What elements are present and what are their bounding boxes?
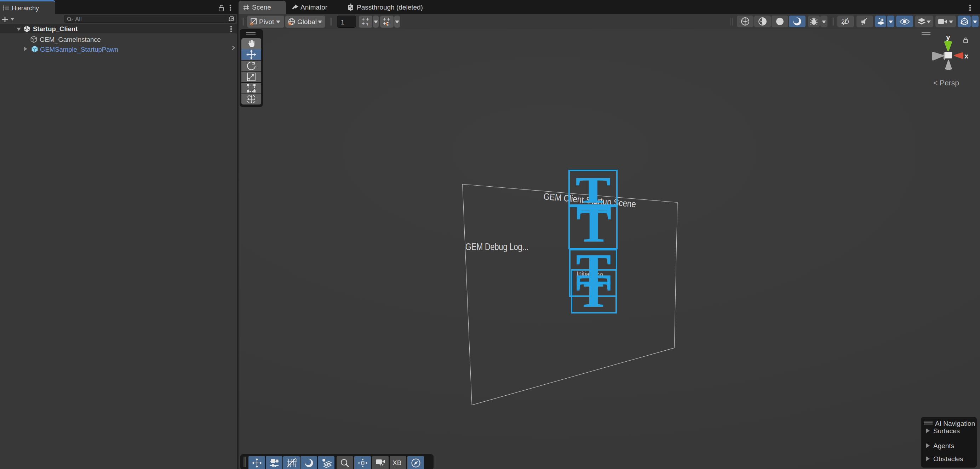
svg-text:< Persp: < Persp [933, 79, 959, 87]
svg-text:Y: Y [366, 22, 369, 26]
svg-text:T: T [576, 265, 611, 317]
svg-text:y: y [946, 33, 950, 41]
svg-text:GEM Debug Log...: GEM Debug Log... [465, 241, 528, 252]
svg-text:x: x [964, 52, 968, 60]
